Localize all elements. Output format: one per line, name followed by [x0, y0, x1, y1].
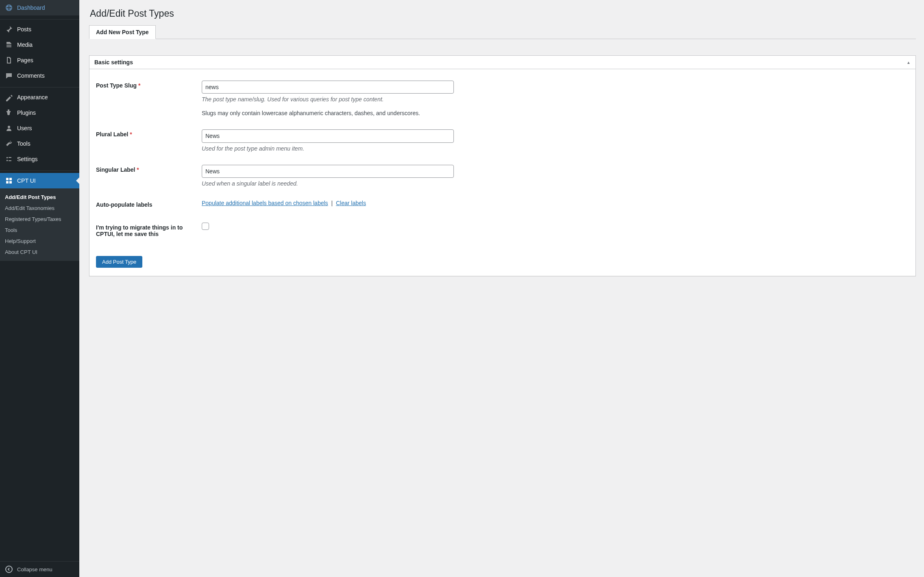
sidebar-item-posts[interactable]: Posts — [0, 22, 79, 37]
plural-description: Used for the post type admin menu item. — [202, 145, 905, 152]
singular-description: Used when a singular label is needed. — [202, 180, 905, 187]
collapse-icon — [5, 565, 13, 573]
sidebar-item-label: Appearance — [17, 94, 48, 101]
sidebar-item-label: Posts — [17, 26, 31, 33]
sidebar-item-users[interactable]: Users — [0, 120, 79, 136]
svg-point-0 — [6, 566, 12, 573]
clear-labels-link[interactable]: Clear labels — [336, 200, 366, 206]
submenu-item-help-support[interactable]: Help/Support — [0, 236, 79, 247]
sidebar-item-tools[interactable]: Tools — [0, 136, 79, 151]
main-content: Add/Edit Post Types Add New Post Type Ba… — [79, 0, 924, 577]
settings-icon — [5, 155, 13, 163]
submenu-item-about-cpt-ui[interactable]: About CPT UI — [0, 247, 79, 258]
panel-toggle-icon[interactable]: ▲ — [907, 60, 911, 65]
sidebar-item-label: Comments — [17, 72, 45, 79]
submenu-item-registered-types-taxes[interactable]: Registered Types/Taxes — [0, 214, 79, 225]
panel-body: Post Type Slug * The post type name/slug… — [89, 69, 915, 276]
migrate-checkbox[interactable] — [202, 223, 209, 230]
pages-icon — [5, 56, 13, 64]
required-marker: * — [138, 82, 140, 89]
populate-labels-link[interactable]: Populate additional labels based on chos… — [202, 200, 328, 206]
sidebar-item-plugins[interactable]: Plugins — [0, 105, 79, 120]
sidebar-item-appearance[interactable]: Appearance — [0, 90, 79, 105]
link-separator: | — [331, 200, 333, 206]
page-title: Add/Edit Post Types — [90, 8, 916, 19]
sidebar-item-label: Tools — [17, 140, 31, 147]
sidebar-item-label: Settings — [17, 156, 38, 162]
tools-icon — [5, 140, 13, 148]
dashboard-icon — [5, 4, 13, 12]
sidebar-submenu: Add/Edit Post Types Add/Edit Taxonomies … — [0, 188, 79, 261]
sidebar-item-settings[interactable]: Settings — [0, 151, 79, 167]
submenu-item-add-edit-post-types[interactable]: Add/Edit Post Types — [0, 192, 79, 203]
tabs-nav: Add New Post Type — [89, 25, 916, 39]
required-marker: * — [137, 166, 139, 173]
media-icon — [5, 41, 13, 49]
panel-header[interactable]: Basic settings ▲ — [89, 56, 915, 69]
appearance-icon — [5, 93, 13, 101]
required-marker: * — [130, 131, 132, 138]
basic-settings-panel: Basic settings ▲ Post Type Slug * The po… — [89, 55, 916, 276]
panel-title: Basic settings — [94, 59, 133, 66]
slug-description: The post type name/slug. Used for variou… — [202, 96, 905, 103]
cptui-icon — [5, 177, 13, 185]
sidebar-item-cpt-ui[interactable]: CPT UI — [0, 173, 79, 188]
slug-note: Slugs may only contain lowercase alphanu… — [202, 110, 905, 116]
sidebar-item-dashboard[interactable]: Dashboard — [0, 0, 79, 15]
pin-icon — [5, 25, 13, 33]
field-label-plural: Plural Label * — [96, 123, 202, 158]
sidebar-item-label: Plugins — [17, 109, 36, 116]
sidebar-item-pages[interactable]: Pages — [0, 52, 79, 68]
sidebar-item-comments[interactable]: Comments — [0, 68, 79, 83]
comments-icon — [5, 72, 13, 80]
menu-separator — [0, 169, 79, 171]
field-label-slug: Post Type Slug * — [96, 74, 202, 123]
plural-label-input[interactable] — [202, 129, 454, 142]
post-type-slug-input[interactable] — [202, 81, 454, 94]
singular-label-input[interactable] — [202, 165, 454, 178]
sidebar-item-label: Media — [17, 42, 33, 48]
tab-add-new-post-type[interactable]: Add New Post Type — [89, 25, 156, 39]
sidebar-item-label: CPT UI — [17, 177, 36, 184]
collapse-menu-button[interactable]: Collapse menu — [0, 561, 79, 577]
field-label-migrate: I'm trying to migrate things in to CPTUI… — [96, 216, 202, 245]
collapse-menu-label: Collapse menu — [17, 566, 52, 573]
sidebar-item-label: Users — [17, 125, 32, 131]
menu-separator — [0, 85, 79, 87]
submenu-item-add-edit-taxonomies[interactable]: Add/Edit Taxonomies — [0, 203, 79, 214]
submenu-item-tools[interactable]: Tools — [0, 225, 79, 236]
sidebar-item-label: Pages — [17, 57, 33, 63]
sidebar-item-media[interactable]: Media — [0, 37, 79, 52]
menu-separator — [0, 17, 79, 20]
field-label-auto-populate: Auto-populate labels — [96, 193, 202, 216]
sidebar-item-label: Dashboard — [17, 4, 45, 11]
field-label-singular: Singular Label * — [96, 158, 202, 193]
users-icon — [5, 124, 13, 132]
plugins-icon — [5, 109, 13, 117]
add-post-type-button[interactable]: Add Post Type — [96, 256, 142, 268]
admin-sidebar: Dashboard Posts Media Pages Commen — [0, 0, 79, 577]
